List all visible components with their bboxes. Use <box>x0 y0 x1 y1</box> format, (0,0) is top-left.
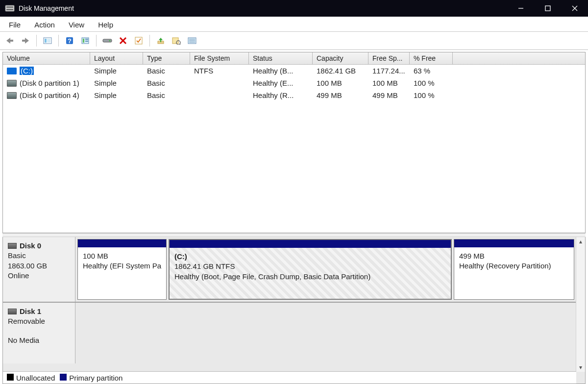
svg-line-22 <box>180 44 181 45</box>
disk-partitions <box>75 303 585 363</box>
disk-info[interactable]: Disk 1 Removable No Media <box>3 303 75 363</box>
volume-free: 1177.24... <box>368 66 410 75</box>
volume-status: Healthy (R... <box>249 91 313 100</box>
disk-type: Basic <box>8 251 70 261</box>
disk-name-label: Disk 1 <box>20 307 41 316</box>
column-headers: Volume Layout Type File System Status Ca… <box>3 52 585 65</box>
check-icon <box>135 37 143 45</box>
svg-rect-0 <box>5 5 14 11</box>
details-view-icon <box>188 37 196 45</box>
volume-fs <box>190 83 249 84</box>
volume-layout: Simple <box>90 91 143 100</box>
disk-size <box>8 327 70 336</box>
disk-type: Removable <box>8 316 70 326</box>
disk-state: No Media <box>8 336 70 345</box>
menu-action[interactable]: Action <box>27 20 62 30</box>
partition-status: Healthy (Boot, Page File, Crash Dump, Ba… <box>174 272 446 282</box>
rescan-button[interactable] <box>100 34 114 48</box>
list-view-button[interactable] <box>170 34 183 48</box>
disk-icon <box>8 309 17 314</box>
pane-splitter[interactable] <box>2 233 586 237</box>
svg-text:?: ? <box>68 37 72 45</box>
svg-rect-1 <box>6 6 13 8</box>
titlebar: Disk Management <box>0 0 588 17</box>
partition-size: 499 MB <box>459 251 569 261</box>
partition-header <box>78 240 166 247</box>
svg-rect-14 <box>85 39 88 40</box>
disk-icon <box>8 243 17 249</box>
upload-button[interactable] <box>154 34 168 48</box>
partition-status: Healthy (Recovery Partition) <box>459 261 569 271</box>
vertical-scrollbar[interactable]: ▴ ▾ <box>576 237 585 372</box>
volume-rows: (C:) Simple Basic NTFS Healthy (B... 186… <box>3 65 585 101</box>
legend: Unallocated Primary partition <box>3 371 576 384</box>
col-capacity[interactable]: Capacity <box>313 52 368 64</box>
properties-button[interactable] <box>78 34 92 48</box>
col-filesystem[interactable]: File System <box>190 52 249 64</box>
show-hide-tree-button[interactable] <box>41 34 54 48</box>
col-layout[interactable]: Layout <box>90 52 143 64</box>
volume-type: Basic <box>143 91 190 100</box>
menu-view[interactable]: View <box>62 20 91 30</box>
app-icon <box>5 4 15 13</box>
partition-status: Healthy (EFI System Pa <box>83 261 161 271</box>
scroll-down-icon[interactable]: ▾ <box>576 363 585 372</box>
partition-size: 1862.41 GB NTFS <box>174 262 446 271</box>
volume-free: 499 MB <box>368 91 410 100</box>
legend-unallocated: Unallocated <box>16 374 55 382</box>
disk-state: Online <box>8 271 70 281</box>
volume-name: (C:) <box>20 67 34 75</box>
volume-pct: 63 % <box>410 66 453 75</box>
partition-header <box>454 240 574 247</box>
disk-row: Disk 1 Removable No Media <box>3 303 585 363</box>
menubar: File Action View Help <box>0 17 588 32</box>
properties-icon <box>81 37 90 45</box>
menu-help[interactable]: Help <box>91 20 120 30</box>
col-freespace[interactable]: Free Sp... <box>368 52 410 64</box>
list-view-icon <box>172 37 181 45</box>
volume-row[interactable]: (C:) Simple Basic NTFS Healthy (B... 186… <box>3 65 585 77</box>
content-area: Volume Layout Type File System Status Ca… <box>0 50 588 384</box>
col-pctfree[interactable]: % Free <box>410 52 453 64</box>
col-status[interactable]: Status <box>249 52 313 64</box>
forward-button[interactable] <box>19 34 32 48</box>
drive-icon <box>7 68 17 74</box>
volume-list-pane: Volume Layout Type File System Status Ca… <box>2 52 586 233</box>
scroll-up-icon[interactable]: ▴ <box>576 237 585 246</box>
volume-pct: 100 % <box>410 78 453 88</box>
help-button[interactable]: ? <box>63 34 76 48</box>
svg-rect-9 <box>47 39 50 43</box>
volume-pct: 100 % <box>410 91 453 100</box>
volume-capacity: 499 MB <box>313 91 368 100</box>
partition[interactable]: 499 MB Healthy (Recovery Partition) <box>454 239 574 300</box>
close-button[interactable] <box>561 0 588 17</box>
legend-primary: Primary partition <box>69 374 122 382</box>
delete-button[interactable] <box>116 34 130 48</box>
disk-row: Disk 0 Basic 1863.00 GB Online 100 MB He… <box>3 237 585 303</box>
minimize-button[interactable] <box>507 0 534 17</box>
col-type[interactable]: Type <box>143 52 190 64</box>
check-button[interactable] <box>132 34 146 48</box>
col-volume[interactable]: Volume <box>3 52 90 64</box>
partition[interactable]: 100 MB Healthy (EFI System Pa <box>77 239 167 300</box>
back-button[interactable] <box>3 34 17 48</box>
partition[interactable]: (C:) 1862.41 GB NTFS Healthy (Boot, Page… <box>169 239 452 300</box>
disk-size: 1863.00 GB <box>8 261 70 271</box>
menu-file[interactable]: File <box>2 20 27 30</box>
help-icon: ? <box>65 36 74 45</box>
volume-status: Healthy (E... <box>249 78 313 88</box>
svg-point-17 <box>109 40 111 42</box>
drive-icon <box>7 92 17 99</box>
partition-header <box>170 240 451 248</box>
volume-row[interactable]: (Disk 0 partition 4) Simple Basic Health… <box>3 89 585 101</box>
partition-size: 100 MB <box>83 251 161 261</box>
window-title: Disk Management <box>19 4 507 12</box>
partition-name: (C:) <box>174 252 446 262</box>
volume-status: Healthy (B... <box>249 66 313 75</box>
maximize-button[interactable] <box>534 0 561 17</box>
disk-map-pane: Disk 0 Basic 1863.00 GB Online 100 MB He… <box>2 237 586 384</box>
details-view-button[interactable] <box>185 34 199 48</box>
svg-rect-13 <box>83 39 84 43</box>
volume-row[interactable]: (Disk 0 partition 1) Simple Basic Health… <box>3 77 585 89</box>
disk-info[interactable]: Disk 0 Basic 1863.00 GB Online <box>3 237 75 302</box>
